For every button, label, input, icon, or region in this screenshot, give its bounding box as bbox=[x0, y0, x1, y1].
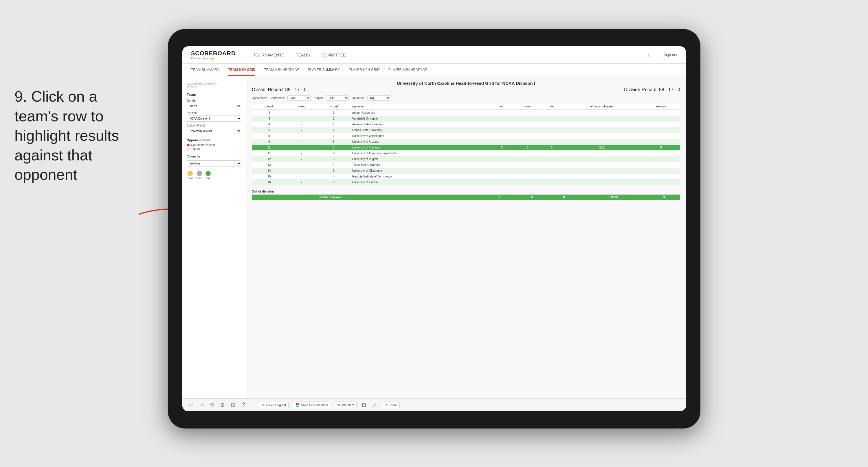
school-select[interactable]: University of Nort... bbox=[187, 128, 241, 134]
out-of-division-row[interactable]: NCAA Division II 1 0 0 26.00 3 bbox=[252, 195, 680, 200]
col-opponent: Opponent bbox=[350, 104, 490, 110]
overall-record: Overall Record: 89 - 17 - 0 bbox=[252, 87, 307, 92]
expand-button[interactable]: ⤢ bbox=[371, 401, 377, 409]
out-of-division-label: Out of division bbox=[252, 189, 680, 193]
instruction-body: Click on a team's row to highlight resul… bbox=[14, 88, 119, 183]
col-diff: Diff Av Strokes/Rnd bbox=[562, 104, 642, 110]
logo-scoreboard: SCOREBOARD bbox=[191, 50, 236, 57]
division-label: Division bbox=[187, 112, 241, 115]
table-row[interactable]: 9-3University of Arizona bbox=[252, 139, 680, 145]
table-row[interactable]: 2-1Auburn University bbox=[252, 110, 680, 116]
tab-player-h2h-grid[interactable]: PLAYER H2H GRID bbox=[349, 64, 380, 76]
sub-nav: TEAM SUMMARY TEAM H2H GRID TEAM H2H HEAT… bbox=[182, 64, 686, 77]
table-row[interactable]: 13-1Texas Tech University bbox=[252, 162, 680, 168]
table-row[interactable]: 11-6University of Arkansas, Fayetteville bbox=[252, 150, 680, 156]
back-button[interactable]: ⟲ bbox=[209, 401, 215, 409]
division-select[interactable]: NCAA Division I bbox=[187, 116, 241, 122]
ood-rank bbox=[252, 195, 274, 200]
table-row[interactable]: 3-2Vanderbilt University bbox=[252, 116, 680, 122]
save-icon: 💾 bbox=[296, 403, 300, 407]
tab-player-h2h-heatmap[interactable]: PLAYER H2H HEATMAP bbox=[389, 64, 427, 76]
opponents-label: Opponents: bbox=[252, 96, 267, 99]
ood-tie: 0 bbox=[548, 195, 580, 200]
col-conf: # Conf bbox=[317, 104, 350, 110]
legend-up-label: Up bbox=[206, 177, 210, 179]
opponent-label: Opponent bbox=[352, 96, 364, 99]
tablet-screen: SCOREBOARD Powered by clipp TOURNAMENTS … bbox=[182, 46, 686, 411]
table-row[interactable]: 15-4Georgia Institute of Technology bbox=[252, 174, 680, 179]
tab-team-h2h-heatmap[interactable]: TEAM H2H HEATMAP bbox=[264, 64, 299, 76]
paste-button[interactable]: ⊟ bbox=[230, 401, 236, 409]
sidebar: Last Updated: 27/03/2024 16:55:38 Team G… bbox=[182, 77, 246, 399]
undo-button[interactable]: ↩ bbox=[188, 401, 194, 409]
tab-team-h2h-grid[interactable]: TEAM H2H GRID bbox=[228, 64, 255, 76]
toolbar-sep-1 bbox=[253, 402, 253, 408]
tab-team-summary[interactable]: TEAM SUMMARY bbox=[191, 64, 219, 76]
step-number: 9. bbox=[14, 88, 27, 105]
nav-divider: | bbox=[648, 52, 649, 58]
copy-button[interactable]: ⊞ bbox=[219, 401, 225, 409]
table-row[interactable]: 8-2University of Washington bbox=[252, 133, 680, 139]
grid-title: University of North Carolina Head-to-Hea… bbox=[252, 81, 680, 86]
table-row[interactable]: 14-2University of Oklahoma bbox=[252, 168, 680, 174]
nav-committee[interactable]: COMMITTEE bbox=[321, 51, 346, 59]
share-icon: ↗ bbox=[384, 403, 387, 407]
scene: 9. Click on a team's row to highlight re… bbox=[0, 0, 868, 467]
opponent-filter[interactable]: (All) bbox=[367, 95, 391, 101]
view-icon: 👁 bbox=[261, 403, 265, 407]
gender-label: Gender bbox=[187, 99, 241, 102]
filter-row: Opponents: Conference (All) Region (All)… bbox=[252, 95, 680, 101]
nav-tournaments[interactable]: TOURNAMENTS bbox=[253, 51, 284, 59]
colour-by-select[interactable]: Win/loss bbox=[187, 160, 241, 167]
legend-level-label: Level bbox=[196, 177, 203, 179]
ood-win: 1 bbox=[484, 195, 516, 200]
tablet-device: SCOREBOARD Powered by clipp TOURNAMENTS … bbox=[168, 29, 701, 429]
top-nav: SCOREBOARD Powered by clipp TOURNAMENTS … bbox=[182, 46, 686, 64]
radio-top-100[interactable]: Top 100 bbox=[187, 147, 241, 150]
save-custom-button[interactable]: 💾 Save Custom View bbox=[293, 402, 331, 408]
main-content: Last Updated: 27/03/2024 16:55:38 Team G… bbox=[182, 77, 686, 399]
view-original-button[interactable]: 👁 View: Original bbox=[259, 402, 288, 408]
region-label: Region bbox=[313, 96, 323, 99]
col-win: Win bbox=[490, 104, 514, 110]
gender-select[interactable]: Men's bbox=[187, 103, 241, 109]
ood-diff: 26.00 bbox=[580, 195, 648, 200]
conference-filter[interactable]: (All) bbox=[287, 95, 311, 101]
nav-items: TOURNAMENTS TEAMS COMMITTEE bbox=[253, 51, 636, 59]
table-row[interactable]: 6-2Florida State University bbox=[252, 127, 680, 133]
logo-area: SCOREBOARD Powered by clipp bbox=[191, 50, 236, 60]
region-filter[interactable]: (All) bbox=[326, 95, 349, 101]
ood-name: NCAA Division II bbox=[318, 195, 484, 200]
table-body: 2-1Auburn University3-2Vanderbilt Univer… bbox=[252, 110, 680, 185]
instruction-text: 9. Click on a team's row to highlight re… bbox=[14, 87, 136, 185]
present-button[interactable]: ⊡ bbox=[361, 401, 367, 409]
col-loss: Loss bbox=[514, 104, 541, 110]
tab-player-summary[interactable]: PLAYER SUMMARY bbox=[308, 64, 340, 76]
bottom-toolbar: ↩ ↪ ⟲ ⊞ ⊟ ⏱ 👁 View: Original 💾 Save Cust… bbox=[182, 399, 686, 411]
grid-content: University of North Carolina Head-to-Hea… bbox=[246, 77, 686, 399]
table-row[interactable]: 11-5University of Alabama3002.618 bbox=[252, 145, 680, 150]
last-updated: Last Updated: 27/03/2024 16:55:38 bbox=[187, 82, 241, 88]
table-header-row: # Rank # Reg # Conf Opponent Win Loss Ti… bbox=[252, 104, 680, 110]
level-icon bbox=[197, 171, 202, 176]
nav-teams[interactable]: TEAMS bbox=[296, 51, 310, 59]
share-button[interactable]: ↗ Share bbox=[382, 402, 399, 408]
division-record: Division Record: 88 - 17 - 0 bbox=[624, 87, 680, 92]
table-row[interactable]: 12-3University of Virginia bbox=[252, 156, 680, 162]
redo-button[interactable]: ↪ bbox=[198, 401, 205, 409]
table-row[interactable]: 4-1Arizona State University bbox=[252, 122, 680, 127]
col-tie: Tie bbox=[541, 104, 562, 110]
legend-level: Level bbox=[196, 171, 203, 179]
opponent-view-title: Opponent View bbox=[187, 138, 241, 142]
up-icon bbox=[206, 171, 211, 176]
clock-button[interactable]: ⏱ bbox=[240, 401, 247, 409]
ood-reg bbox=[274, 195, 296, 200]
watch-button[interactable]: 👁 Watch ▾ bbox=[335, 402, 356, 408]
sign-out-link[interactable]: Sign out bbox=[663, 53, 677, 57]
school-label: School (Rank) bbox=[187, 124, 241, 127]
legend-down-label: Down bbox=[187, 177, 193, 179]
grid-records: Overall Record: 89 - 17 - 0 Division Rec… bbox=[252, 87, 680, 92]
radio-opponents-played[interactable]: Opponents Played bbox=[187, 143, 241, 146]
table-row[interactable]: 16-3University of Florida bbox=[252, 179, 680, 185]
out-of-division-table: NCAA Division II 1 0 0 26.00 3 bbox=[252, 195, 680, 200]
